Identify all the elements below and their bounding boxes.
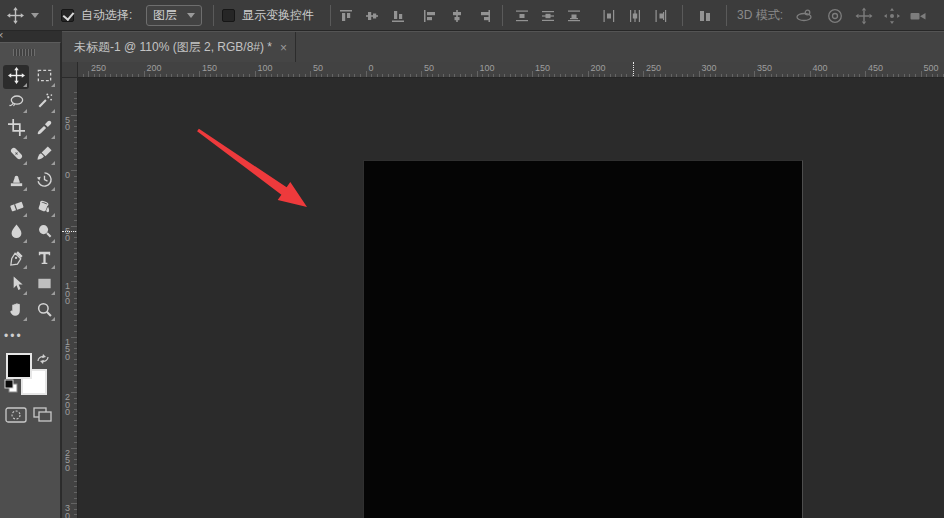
mouse-position-marker-h [633,62,634,78]
default-colors-icon[interactable] [4,379,18,397]
3d-slide-button[interactable] [883,0,901,31]
auto-select-checkbox[interactable] [61,0,74,31]
canvas-viewport[interactable] [78,78,944,518]
align-horizontal-centers-button[interactable] [449,0,465,31]
ruler-corner[interactable] [62,62,78,78]
align-vertical-centers-button[interactable] [364,0,380,31]
3d-pan-button[interactable] [855,0,873,31]
align-right-edges-icon [476,8,492,24]
rectangle-tool[interactable] [31,273,57,297]
quick-selection-icon [36,93,53,114]
align-left-edges-button[interactable] [422,0,438,31]
align-top-edges-button[interactable] [338,0,354,31]
eraser-icon [8,197,25,218]
subtool-triangle-icon [51,83,55,87]
divider [682,5,683,26]
panel-grip-handle[interactable] [13,49,35,56]
tool-options-bar: 自动选择: 图层 显示变换控件 3D 模式: [0,0,944,31]
horizontal-ruler[interactable]: 2502001501005005010015020025030035040045… [78,62,944,78]
auto-select-target-dropdown[interactable]: 图层 [146,0,202,31]
3d-zoom-button[interactable] [909,0,927,31]
3d-pan-icon [855,7,873,25]
move-tool-preset-icon[interactable] [7,0,24,31]
move-tool[interactable] [3,65,29,89]
h-ruler-label: 200 [591,63,606,73]
lasso-tool[interactable] [3,91,29,115]
zoom-tool[interactable] [31,299,57,323]
distribute-spacing-button[interactable] [697,0,713,31]
subtool-triangle-icon [51,135,55,139]
align-right-edges-button[interactable] [476,0,492,31]
align-bottom-edges-button[interactable] [390,0,406,31]
dodge-tool[interactable] [31,221,57,245]
distribute-right-edges-button[interactable] [653,0,669,31]
subtool-triangle-icon [23,239,27,243]
tab-close-icon[interactable]: × [280,42,287,54]
edit-toolbar-ellipsis-icon[interactable]: ••• [4,329,23,343]
v-ruler-label: 0 [65,172,70,180]
path-selection-icon [8,275,25,296]
checkbox-icon [222,9,235,22]
eraser-tool[interactable] [3,195,29,219]
h-ruler-label: 0 [369,63,374,73]
crop-tool[interactable] [3,117,29,141]
rectangular-marquee-tool[interactable] [31,65,57,89]
checkbox-icon [61,9,74,22]
show-transform-checkbox[interactable] [222,0,235,31]
document-canvas[interactable] [363,160,803,518]
screen-mode-button[interactable] [33,407,53,427]
quick-selection-tool[interactable] [31,91,57,115]
subtool-triangle-icon [51,239,55,243]
distribute-horizontal-centers-icon [627,8,643,24]
paint-bucket-tool[interactable] [31,195,57,219]
3d-roll-button[interactable] [826,0,844,31]
show-transform-label: 显示变换控件 [242,0,314,31]
subtool-triangle-icon [51,161,55,165]
distribute-top-edges-button[interactable] [514,0,530,31]
path-selection-tool[interactable] [3,273,29,297]
subtool-triangle-icon [23,317,27,321]
subtool-triangle-icon [23,161,27,165]
swap-colors-icon[interactable] [36,351,50,369]
brush-icon [36,145,53,166]
hand-tool[interactable] [3,299,29,323]
spot-healing-brush-tool[interactable] [3,143,29,167]
distribute-vertical-centers-button[interactable] [540,0,556,31]
quick-mask-button[interactable] [5,407,27,427]
clone-stamp-tool[interactable] [3,169,29,193]
distribute-bottom-edges-button[interactable] [566,0,582,31]
move-icon [8,67,25,88]
distribute-horizontal-centers-button[interactable] [627,0,643,31]
crop-icon [8,119,25,140]
foreground-color-swatch[interactable] [6,353,32,379]
divider [726,5,727,26]
h-ruler-label: 50 [313,63,323,73]
distribute-left-edges-icon [601,8,617,24]
brush-tool[interactable] [31,143,57,167]
document-title: 未标题-1 @ 110% (图层 2, RGB/8#) * [74,39,272,56]
subtool-triangle-icon [23,135,27,139]
vertical-ruler[interactable]: 5 005 01 0 01 5 02 0 02 5 03 0 0 [62,78,78,518]
h-ruler-label: 500 [924,63,939,73]
chevron-down-icon [187,13,195,18]
v-ruler-label: 2 5 0 [65,450,70,473]
type-tool[interactable] [31,247,57,271]
hand-icon [8,301,25,322]
zoom-icon [36,301,53,322]
distribute-left-edges-button[interactable] [601,0,617,31]
h-ruler-label: 250 [91,63,106,73]
cutoff-close-icon[interactable]: × [0,29,9,41]
subtool-triangle-icon [23,265,27,269]
tool-preset-chevron[interactable] [31,0,39,31]
3d-orbit-button[interactable] [795,0,813,31]
eyedropper-tool[interactable] [31,117,57,141]
subtool-triangle-icon [23,109,27,113]
dodge-icon [36,223,53,244]
blur-icon [8,223,25,244]
document-tab[interactable]: 未标题-1 @ 110% (图层 2, RGB/8#) * × [62,32,296,63]
v-ruler-label: 5 0 [65,117,70,132]
history-brush-icon [36,171,53,192]
history-brush-tool[interactable] [31,169,57,193]
blur-tool[interactable] [3,221,29,245]
pen-tool[interactable] [3,247,29,271]
